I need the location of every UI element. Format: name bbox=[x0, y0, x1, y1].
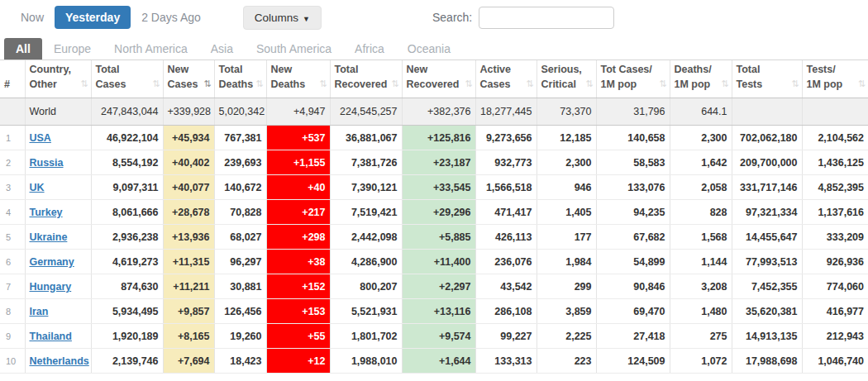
country-cell: Ukraine bbox=[25, 225, 91, 250]
cell-tests-1m-pop: 774,060 bbox=[802, 274, 868, 299]
country-link-germany[interactable]: Germany bbox=[30, 256, 74, 268]
column-header-active-cases[interactable]: ActiveCases⇅ bbox=[475, 60, 537, 98]
cell-total-recovered: 7,381,726 bbox=[330, 150, 402, 175]
cell-new-cases: +11,211 bbox=[163, 274, 214, 299]
cell-total-deaths: 30,881 bbox=[214, 274, 266, 299]
continent-tab-all[interactable]: All bbox=[4, 38, 42, 60]
column-header-rank: # bbox=[0, 60, 25, 98]
cell-deaths-1m-pop: 275 bbox=[670, 324, 732, 349]
cell-new-recovered: +1,644 bbox=[402, 349, 475, 374]
country-link-iran[interactable]: Iran bbox=[30, 306, 49, 317]
cell-new-cases: +45,934 bbox=[163, 126, 214, 150]
cell-serious-critical: 2,225 bbox=[537, 324, 596, 349]
column-header-total-cases[interactable]: TotalCases⇅ bbox=[91, 60, 163, 98]
cell-tests-1m-pop: 2,104,562 bbox=[802, 126, 868, 150]
cell-new-deaths: +4,947 bbox=[266, 98, 330, 126]
cell-serious-critical: 946 bbox=[537, 175, 596, 200]
cell-new-recovered: +2,297 bbox=[402, 274, 475, 299]
country-link-hungary[interactable]: Hungary bbox=[30, 281, 72, 293]
table-row-uk: 3UK9,097,311+40,077140,672+407,390,121+3… bbox=[0, 175, 868, 200]
table-row-usa: 1USA46,922,104+45,934767,381+53736,881,0… bbox=[0, 126, 868, 150]
continent-tab-africa[interactable]: Africa bbox=[343, 38, 396, 60]
country-cell: UK bbox=[25, 175, 91, 200]
country-link-thailand[interactable]: Thailand bbox=[30, 331, 72, 342]
cell-deaths-1m-pop: 1,480 bbox=[670, 299, 732, 324]
column-header-country-other[interactable]: Country,Other⇅ bbox=[25, 60, 91, 98]
rank-cell: 9 bbox=[0, 324, 25, 349]
sort-icon: ⇅ bbox=[152, 78, 160, 91]
cell-total-tests: 35,620,381 bbox=[732, 299, 802, 324]
column-header-tot-cases-1m-pop[interactable]: Tot Cases/1M pop⇅ bbox=[596, 60, 670, 98]
search-input[interactable] bbox=[479, 7, 614, 29]
country-link-usa[interactable]: USA bbox=[30, 132, 51, 144]
cell-total-tests: 14,913,135 bbox=[732, 324, 802, 349]
cell-active-cases: 426,113 bbox=[475, 225, 537, 250]
time-tab-yesterday[interactable]: Yesterday bbox=[55, 6, 131, 29]
cell-total-deaths: 19,260 bbox=[214, 324, 266, 349]
sort-icon: ⇅ bbox=[465, 78, 472, 91]
sort-icon: ⇅ bbox=[585, 78, 593, 91]
cell-new-deaths: +12 bbox=[266, 349, 330, 374]
cell-new-deaths: +38 bbox=[266, 250, 330, 274]
cell-tests-1m-pop: 926,936 bbox=[802, 250, 868, 274]
continent-tab-south-america[interactable]: South America bbox=[245, 38, 343, 60]
cell-total-recovered: 7,519,421 bbox=[330, 200, 402, 225]
covid-stats-page: NowYesterday2 Days Ago Columns▼ Search: … bbox=[0, 0, 868, 381]
header-row: #Country,Other⇅TotalCases⇅NewCases⇅Total… bbox=[0, 60, 868, 98]
cell-tests-1m-pop: 333,209 bbox=[802, 225, 868, 250]
continent-tab-europe[interactable]: Europe bbox=[42, 38, 103, 60]
column-header-total-tests[interactable]: TotalTests⇅ bbox=[732, 60, 802, 98]
country-link-netherlands[interactable]: Netherlands bbox=[30, 355, 89, 367]
top-toolbar: NowYesterday2 Days Ago Columns▼ Search: bbox=[0, 0, 868, 35]
country-link-uk[interactable]: UK bbox=[30, 182, 45, 193]
cell-serious-critical: 177 bbox=[537, 225, 596, 250]
cell-total-tests bbox=[732, 98, 802, 126]
sort-icon: ⇅ bbox=[203, 78, 211, 91]
country-link-ukraine[interactable]: Ukraine bbox=[30, 231, 68, 243]
time-tab-now[interactable]: Now bbox=[10, 6, 55, 29]
chevron-down-icon: ▼ bbox=[303, 15, 310, 23]
country-cell: Turkey bbox=[25, 200, 91, 225]
cell-total-cases: 874,630 bbox=[91, 274, 163, 299]
cell-tot-cases-1m-pop: 31,796 bbox=[596, 98, 670, 126]
cell-total-recovered: 800,207 bbox=[330, 274, 402, 299]
cell-deaths-1m-pop: 644.1 bbox=[670, 98, 732, 126]
columns-dropdown-button[interactable]: Columns▼ bbox=[243, 6, 322, 30]
cell-new-deaths: +40 bbox=[266, 175, 330, 200]
column-header-total-deaths[interactable]: TotalDeaths⇅ bbox=[214, 60, 266, 98]
column-header-new-recovered[interactable]: NewRecovered⇅ bbox=[402, 60, 475, 98]
country-cell: World bbox=[25, 98, 91, 126]
cell-tests-1m-pop bbox=[802, 98, 868, 126]
column-header-tests-1m-pop[interactable]: Tests/1M pop⇅ bbox=[802, 60, 868, 98]
column-header-new-cases[interactable]: NewCases⇅ bbox=[163, 60, 214, 98]
cell-new-cases: +11,315 bbox=[163, 250, 214, 274]
cell-total-tests: 14,455,647 bbox=[732, 225, 802, 250]
sort-icon: ⇅ bbox=[659, 78, 666, 91]
country-link-turkey[interactable]: Turkey bbox=[30, 207, 63, 218]
column-header-deaths-1m-pop[interactable]: Deaths/1M pop⇅ bbox=[670, 60, 732, 98]
cell-total-cases: 8,554,192 bbox=[91, 150, 163, 175]
column-header-new-deaths[interactable]: NewDeaths⇅ bbox=[266, 60, 330, 98]
cell-new-cases: +28,678 bbox=[163, 200, 214, 225]
continent-tab-oceania[interactable]: Oceania bbox=[396, 38, 462, 60]
continent-tab-asia[interactable]: Asia bbox=[199, 38, 245, 60]
cell-total-tests: 7,452,355 bbox=[732, 274, 802, 299]
cell-total-tests: 77,993,513 bbox=[732, 250, 802, 274]
cell-tests-1m-pop: 4,852,395 bbox=[802, 175, 868, 200]
column-header-serious-critical[interactable]: Serious,Critical⇅ bbox=[537, 60, 596, 98]
continent-tab-north-america[interactable]: North America bbox=[103, 38, 199, 60]
country-link-russia[interactable]: Russia bbox=[30, 157, 64, 169]
cell-tot-cases-1m-pop: 27,418 bbox=[596, 324, 670, 349]
cell-new-recovered: +382,376 bbox=[402, 98, 475, 126]
time-tab-2-days-ago[interactable]: 2 Days Ago bbox=[131, 6, 212, 29]
cell-tot-cases-1m-pop: 58,583 bbox=[596, 150, 670, 175]
rank-cell: 6 bbox=[0, 250, 25, 274]
cell-tot-cases-1m-pop: 94,235 bbox=[596, 200, 670, 225]
cell-total-recovered: 1,988,010 bbox=[330, 349, 402, 374]
cell-total-deaths: 126,456 bbox=[214, 299, 266, 324]
cell-total-recovered: 7,390,121 bbox=[330, 175, 402, 200]
cell-new-recovered: +13,116 bbox=[402, 299, 475, 324]
cell-total-cases: 46,922,104 bbox=[91, 126, 163, 150]
column-header-total-recovered[interactable]: TotalRecovered⇅ bbox=[330, 60, 402, 98]
cell-total-tests: 209,700,000 bbox=[732, 150, 802, 175]
